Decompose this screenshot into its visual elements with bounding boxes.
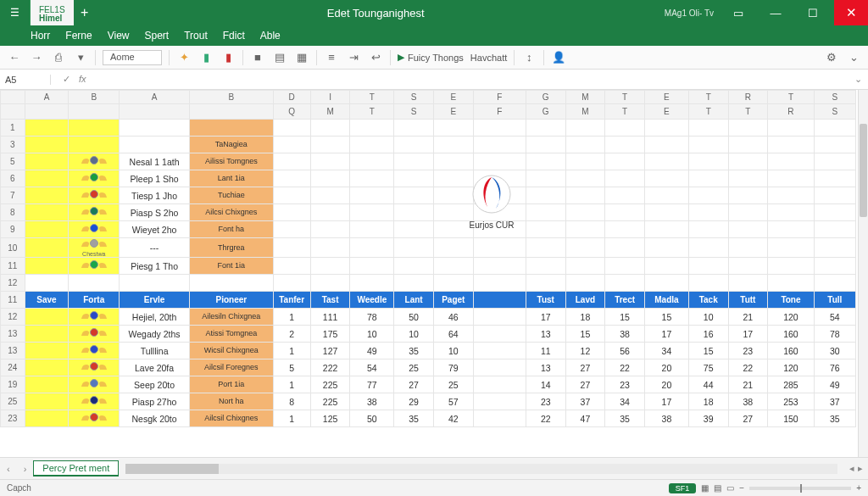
new-tab-button[interactable]: +: [74, 0, 96, 25]
back-icon[interactable]: ←: [7, 50, 22, 65]
sheet-tab-bar: ‹ › Percy Pret ment ◂▸: [0, 457, 868, 479]
format-paint-icon[interactable]: ✦: [176, 50, 192, 65]
flag-badge: [82, 310, 106, 322]
sheet-tab-active[interactable]: Percy Pret ment: [33, 460, 119, 476]
zoom-in-icon[interactable]: +: [856, 483, 861, 493]
italic-icon[interactable]: ▤: [272, 50, 287, 65]
menu-trout[interactable]: Trout: [184, 30, 208, 42]
close-button[interactable]: ✕: [834, 0, 868, 25]
print-icon[interactable]: ⎙: [51, 50, 66, 65]
expand-formula-icon[interactable]: ⌄: [848, 74, 868, 85]
flag-badge: [82, 223, 106, 235]
ribbon-options-icon[interactable]: ▭: [726, 7, 751, 20]
status-left: Capch: [7, 483, 31, 493]
flag-badge: [82, 412, 106, 424]
scroll-left-icon[interactable]: ◂: [849, 463, 854, 474]
sheet-nav-prev[interactable]: ‹: [0, 464, 17, 474]
bold-icon[interactable]: ■: [250, 50, 265, 65]
user-label[interactable]: MAg1 Oli- Tv: [665, 8, 714, 18]
wrap-icon[interactable]: ↩: [368, 50, 383, 65]
align-icon[interactable]: ≡: [324, 50, 339, 65]
font-name-box[interactable]: Aome: [103, 50, 162, 65]
zoom-out-icon[interactable]: −: [739, 483, 744, 493]
settings-icon[interactable]: ⚙: [824, 50, 839, 65]
window-title: Edet Tounganighest: [96, 0, 656, 25]
flag-badge: [82, 206, 106, 218]
vertical-scrollbar[interactable]: [858, 90, 868, 457]
menu-view[interactable]: View: [108, 30, 130, 42]
flag-badge: [82, 189, 106, 201]
name-box[interactable]: A5: [0, 75, 51, 85]
menu-spert[interactable]: Spert: [145, 30, 170, 42]
spreadsheet-grid[interactable]: ABABDITSEFGMTETRTSQMTSEFGMTETTRS13TaNagi…: [0, 90, 868, 457]
horizontal-scrollbar[interactable]: [125, 464, 837, 474]
flag-badge: [82, 238, 106, 250]
view-page-icon[interactable]: ▤: [714, 483, 721, 493]
collapse-icon[interactable]: ⌄: [846, 50, 861, 65]
minimize-button[interactable]: —: [763, 7, 788, 20]
title-bar: ☰ FEL1S Himel + Edet Tounganighest MAg1 …: [0, 0, 868, 25]
status-bar: Capch SF1 ▦ ▤ ▭ − +: [0, 479, 868, 496]
toolbar-label-1[interactable]: ▶Fuicy Thongs: [398, 52, 464, 63]
flag-badge: [82, 361, 106, 373]
menu-able[interactable]: Able: [260, 30, 281, 42]
view-normal-icon[interactable]: ▦: [701, 483, 709, 493]
maximize-button[interactable]: ☐: [800, 7, 826, 20]
menu-horr[interactable]: Horr: [31, 30, 50, 42]
sheet-nav-next[interactable]: ›: [17, 464, 34, 474]
menu-ferne[interactable]: Ferne: [65, 30, 92, 42]
formula-bar: A5 ✓fx ⌄: [0, 70, 868, 90]
scroll-right-icon[interactable]: ▸: [858, 463, 863, 474]
flag-badge: [82, 395, 106, 407]
fx-buttons[interactable]: ✓fx: [51, 74, 98, 85]
toolbar: ← → ⎙ ▾ Aome ✦ ▮ ▮ ■ ▤ ▦ ≡ ⇥ ↩ ▶Fuicy Th…: [0, 46, 868, 70]
flag-badge: [82, 378, 106, 390]
menu-bar: Horr Ferne View Spert Trout Fdict Able: [0, 25, 868, 46]
flag-badge: [82, 344, 106, 356]
flag-badge: [82, 172, 106, 184]
file-tab-line2: Himel: [39, 14, 62, 23]
indent-icon[interactable]: ⇥: [346, 50, 361, 65]
toolbar-label-2[interactable]: Havchatt: [470, 53, 507, 63]
zoom-slider[interactable]: [749, 487, 851, 490]
forward-icon[interactable]: →: [29, 50, 44, 65]
border-icon[interactable]: ▦: [294, 50, 309, 65]
menu-fdict[interactable]: Fdict: [223, 30, 245, 42]
file-tab[interactable]: FEL1S Himel: [31, 0, 74, 25]
font-color-icon[interactable]: ▮: [220, 50, 236, 65]
sort-icon[interactable]: ↕: [521, 50, 537, 65]
flag-badge: [82, 155, 106, 167]
app-menu-button[interactable]: ☰: [0, 0, 31, 25]
flag-badge: [82, 327, 106, 339]
view-break-icon[interactable]: ▭: [726, 483, 734, 493]
highlight-icon[interactable]: ▮: [198, 50, 214, 65]
flag-badge: [82, 259, 106, 271]
dropdown-icon[interactable]: ▾: [73, 50, 88, 65]
status-pill[interactable]: SF1: [669, 483, 697, 493]
person-icon[interactable]: 👤: [551, 50, 566, 65]
